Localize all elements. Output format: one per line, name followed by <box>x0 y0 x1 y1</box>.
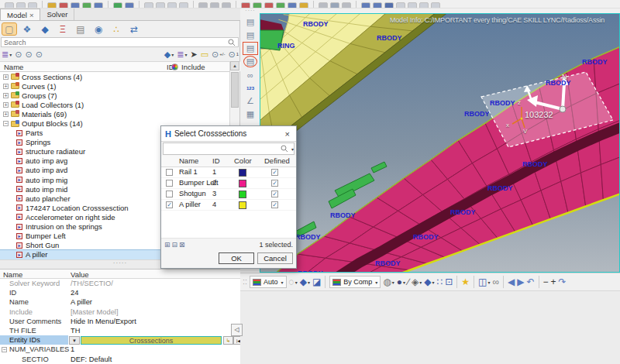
shaded-sphere-icon[interactable]: ●▾ <box>397 275 405 289</box>
toolbar-icon-stub[interactable] <box>113 2 122 9</box>
toolbar-icon-stub[interactable] <box>125 2 134 9</box>
property-expander-icon[interactable]: − <box>2 347 7 352</box>
defined-checkbox[interactable]: ✓ <box>271 201 278 208</box>
tree-item[interactable]: +Curves (1) <box>0 81 229 91</box>
color-chip[interactable] <box>239 180 246 187</box>
ok-button[interactable]: OK <box>219 252 254 264</box>
toolbar-icon-stub[interactable] <box>156 2 165 9</box>
toolbar-icon-stub[interactable] <box>431 2 440 9</box>
chevron-down-icon[interactable]: ▾ <box>432 280 435 285</box>
component-cube-icon[interactable]: ◆ <box>37 22 53 36</box>
toolbar-icon-stub[interactable] <box>144 2 153 9</box>
chevron-down-icon[interactable]: ▾ <box>171 52 174 57</box>
color-chip[interactable] <box>239 191 246 198</box>
color-chip[interactable] <box>239 201 246 209</box>
entity-editor[interactable]: Solver Keyword/TH/SECTIO/ID24NameA pille… <box>0 279 240 364</box>
tree-expander-icon[interactable]: + <box>3 84 9 89</box>
entity-state-icon[interactable]: ◆▾ <box>164 49 174 60</box>
zoom-in-icon[interactable]: + <box>551 275 556 289</box>
tree-item[interactable]: +Cross Sections (4) <box>0 72 229 81</box>
drag-handle[interactable]: ·· ·· <box>243 278 247 286</box>
property-stack-icon[interactable]: ▤ <box>73 22 88 36</box>
row-checkbox[interactable] <box>166 180 173 187</box>
grid-icon[interactable]: ▦ <box>243 108 257 120</box>
dialog-search-input[interactable] <box>164 145 281 153</box>
toolbar-icon-stub[interactable] <box>167 2 177 9</box>
find-binoculars-icon[interactable]: ∞ <box>243 69 257 81</box>
panel-icon-1[interactable]: ▤ <box>243 16 257 28</box>
chevron-down-icon[interactable]: ▾ <box>375 280 377 285</box>
window-layout-icon[interactable]: ◫▾ <box>478 275 490 289</box>
entity-collector-button[interactable]: Crosssections <box>81 336 222 345</box>
row-checkbox[interactable] <box>166 169 173 176</box>
toolbar-icon-stub[interactable] <box>276 2 285 9</box>
graphics-viewport[interactable]: Model Info: C:/IMPORTANT every thing/CAE… <box>260 13 620 273</box>
chevron-down-icon[interactable]: ▾ <box>392 280 394 285</box>
property-row[interactable]: TH FILETH <box>0 326 240 335</box>
joint-tool-icon[interactable]: ∞ <box>492 275 499 289</box>
session-view-icon[interactable]: ▢ <box>2 22 17 36</box>
tree-item[interactable]: +Materials (69) <box>0 109 229 118</box>
show-hide-icon[interactable]: ⊙+/- <box>212 49 225 60</box>
toolbar-icon-stub[interactable] <box>299 2 308 9</box>
toolbar-icon-stub[interactable] <box>210 2 219 9</box>
view-stack-icon[interactable]: ≣▾ <box>177 49 187 60</box>
toolbar-icon-stub[interactable] <box>5 2 14 9</box>
defined-checkbox[interactable]: ✓ <box>271 191 278 197</box>
crosssection-row[interactable]: Bumper Left2✓ <box>161 178 296 189</box>
element-quality-icon[interactable]: ◈▾ <box>412 275 422 289</box>
property-row[interactable]: SECTIODEF: Default <box>0 355 240 364</box>
chevron-down-icon[interactable]: ▾ <box>295 280 298 285</box>
select-all-icon[interactable]: ⊞ <box>164 241 170 249</box>
property-row[interactable]: Include[Master Model] <box>0 307 240 317</box>
panel-icon-2[interactable]: ▤ <box>243 29 257 41</box>
chevron-down-icon[interactable]: ▾ <box>184 52 187 57</box>
toolbar-icon-stub[interactable] <box>342 2 351 9</box>
toolbar-icon-stub[interactable] <box>408 2 417 9</box>
dialog-titlebar[interactable]: H Select Crosssections × <box>161 126 296 142</box>
reverse-selection-icon[interactable]: ⊠ <box>179 241 185 249</box>
scroll-thumb[interactable] <box>231 72 239 108</box>
entity-advanced-icon[interactable]: ↳ <box>223 336 233 345</box>
pixel-dots-icon[interactable]: ∷ <box>437 275 443 289</box>
zoom-out-icon[interactable]: − <box>543 275 549 289</box>
toolbar-icon-stub[interactable] <box>59 2 68 9</box>
toolbar-icon-stub[interactable] <box>47 2 57 9</box>
tab-solver[interactable]: Solver <box>40 9 74 20</box>
tree-column-header[interactable]: Name ID Include <box>0 61 240 72</box>
chevron-down-icon[interactable]: ▾ <box>419 280 422 285</box>
cube-view-icon[interactable]: ◪ <box>312 275 321 289</box>
chevron-down-icon[interactable]: ▾ <box>487 280 490 285</box>
selector-arrow-icon[interactable]: ➤ <box>190 49 197 60</box>
tab-close-icon[interactable]: × <box>29 11 34 19</box>
crosssection-row[interactable]: ✓A piller4✓ <box>161 200 296 211</box>
drag-handle[interactable]: ···· <box>241 9 260 15</box>
toolbar-icon-stub[interactable] <box>288 2 297 9</box>
display-none-icon[interactable]: ⊙ <box>15 49 22 60</box>
dialog-search-dropdown-icon[interactable]: ▾ <box>291 146 294 152</box>
panel-icon-3[interactable]: ▤ <box>243 43 257 54</box>
defined-checkbox[interactable]: ✓ <box>271 169 278 176</box>
chevron-down-icon[interactable]: ▾ <box>281 280 284 285</box>
display-all-icon[interactable]: ⊙ <box>36 49 43 60</box>
show-only-icon[interactable]: ⊙1 <box>228 49 239 60</box>
search-input[interactable] <box>2 39 228 46</box>
tree-expander-icon[interactable]: + <box>3 112 9 117</box>
toolbar-icon-stub[interactable] <box>361 2 370 9</box>
tree-expander-icon[interactable]: + <box>3 74 9 80</box>
favorites-star-icon[interactable]: ★ <box>461 275 470 289</box>
tree-expander-icon[interactable]: + <box>3 93 9 98</box>
color-by-comp[interactable]: By Comp▾ <box>329 276 381 288</box>
tree-expander-icon[interactable]: + <box>3 102 9 108</box>
defined-checkbox[interactable]: ✓ <box>271 180 278 187</box>
include-view-icon[interactable]: ≣▾ <box>2 49 12 60</box>
row-checkbox[interactable]: ✓ <box>166 201 173 208</box>
material-tower-icon[interactable]: Ξ <box>55 22 71 36</box>
toolbar-icon-stub[interactable] <box>384 2 394 9</box>
property-row[interactable]: Solver Keyword/TH/SECTIO/ <box>0 279 240 288</box>
display-some-icon[interactable]: ⊙ <box>25 49 32 60</box>
property-row[interactable]: ID24 <box>0 288 240 297</box>
toolbar-icon-stub[interactable] <box>373 2 382 9</box>
row-checkbox[interactable] <box>166 191 173 197</box>
crosssection-row[interactable]: Shotgun3✓ <box>161 189 296 200</box>
